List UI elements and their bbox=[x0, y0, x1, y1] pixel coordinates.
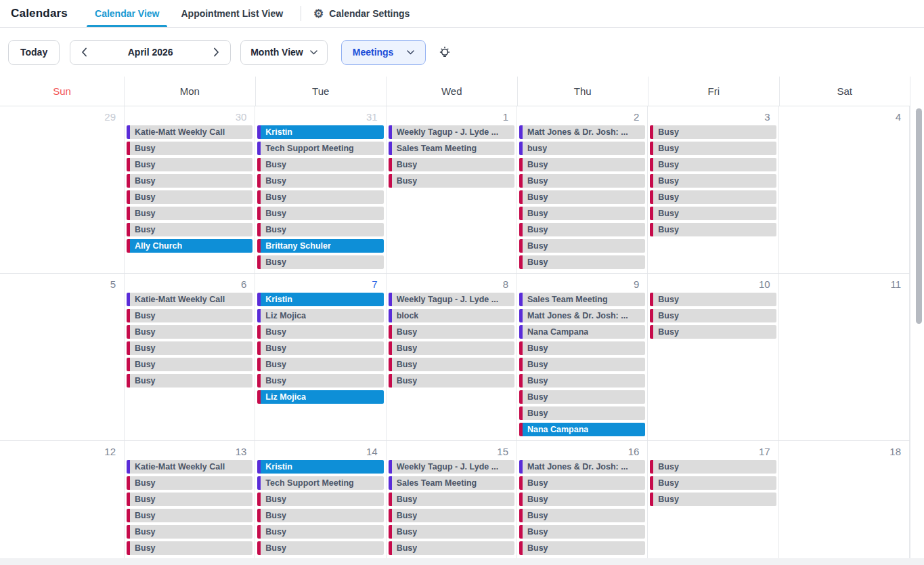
event-item[interactable]: Weekly Tagup - J. Lyde ... bbox=[389, 125, 514, 139]
event-item[interactable]: Busy bbox=[519, 358, 645, 371]
event-item[interactable]: Kristin bbox=[257, 293, 383, 306]
event-item[interactable]: busy bbox=[519, 142, 645, 155]
event-item[interactable]: Busy bbox=[389, 525, 514, 539]
horizontal-scrollbar-track[interactable] bbox=[0, 558, 924, 565]
meetings-filter-dropdown[interactable]: Meetings bbox=[341, 40, 426, 65]
event-item[interactable]: Busy bbox=[650, 223, 776, 236]
event-item[interactable]: Busy bbox=[519, 341, 645, 355]
event-item[interactable]: Busy bbox=[650, 493, 776, 506]
event-item[interactable]: Busy bbox=[127, 358, 252, 371]
event-item[interactable]: Busy bbox=[650, 174, 776, 188]
event-item[interactable]: Busy bbox=[257, 358, 383, 371]
event-item[interactable]: Busy bbox=[127, 207, 252, 220]
calendar-settings-button[interactable]: ⚙ Calendar Settings bbox=[313, 0, 410, 27]
event-item[interactable]: Sales Team Meeting bbox=[389, 142, 514, 155]
event-item[interactable]: Busy bbox=[650, 325, 776, 339]
event-item[interactable]: Busy bbox=[127, 509, 252, 522]
event-item[interactable]: Busy bbox=[650, 293, 776, 306]
event-item[interactable]: Busy bbox=[389, 341, 514, 355]
event-item[interactable]: Busy bbox=[389, 325, 514, 339]
today-button[interactable]: Today bbox=[8, 40, 60, 65]
view-dropdown[interactable]: Month View bbox=[240, 40, 328, 65]
event-item[interactable]: Busy bbox=[519, 190, 645, 204]
event-item[interactable]: Busy bbox=[127, 525, 252, 539]
event-item[interactable]: Busy bbox=[127, 158, 252, 171]
event-item[interactable]: Busy bbox=[389, 358, 514, 371]
event-item[interactable]: Katie-Matt Weekly Call bbox=[127, 293, 252, 306]
event-item[interactable]: Busy bbox=[257, 541, 383, 555]
event-item[interactable]: Busy bbox=[650, 125, 776, 139]
event-item[interactable]: Liz Mojica bbox=[257, 309, 383, 322]
event-item[interactable]: Busy bbox=[127, 493, 252, 506]
event-item[interactable]: Busy bbox=[257, 341, 383, 355]
event-item[interactable]: Liz Mojica bbox=[257, 390, 383, 404]
event-item[interactable]: Busy bbox=[519, 525, 645, 539]
tab-appointment-list-view[interactable]: Appointment List View bbox=[173, 0, 291, 27]
event-item[interactable]: Busy bbox=[257, 190, 383, 204]
chevron-right-icon[interactable] bbox=[213, 47, 219, 57]
event-item[interactable]: Brittany Schuler bbox=[257, 239, 383, 253]
event-item[interactable]: Matt Jones & Dr. Josh: ... bbox=[519, 125, 645, 139]
event-item[interactable]: Busy bbox=[257, 174, 383, 188]
event-item[interactable]: Kristin bbox=[257, 125, 383, 139]
event-item[interactable]: Busy bbox=[127, 309, 252, 322]
event-item[interactable]: Nana Campana bbox=[519, 423, 645, 436]
event-item[interactable]: Busy bbox=[650, 158, 776, 171]
event-item[interactable]: Busy bbox=[257, 493, 383, 506]
lightbulb-icon[interactable] bbox=[437, 44, 452, 60]
event-item[interactable]: Tech Support Meeting bbox=[257, 142, 383, 155]
event-item[interactable]: Busy bbox=[127, 341, 252, 355]
chevron-left-icon[interactable] bbox=[81, 47, 87, 57]
event-item[interactable]: Busy bbox=[127, 541, 252, 555]
event-item[interactable]: Matt Jones & Dr. Josh: ... bbox=[519, 460, 645, 474]
event-item[interactable]: Busy bbox=[389, 174, 514, 188]
event-item[interactable]: Busy bbox=[389, 374, 514, 388]
event-item[interactable]: Busy bbox=[127, 374, 252, 388]
event-item[interactable]: Weekly Tagup - J. Lyde ... bbox=[389, 460, 514, 474]
event-item[interactable]: Busy bbox=[389, 509, 514, 522]
event-item[interactable]: Busy bbox=[519, 174, 645, 188]
event-item[interactable]: Busy bbox=[650, 309, 776, 322]
event-item[interactable]: Busy bbox=[257, 223, 383, 236]
event-item[interactable]: Ally Church bbox=[127, 239, 252, 253]
event-item[interactable]: Busy bbox=[389, 158, 514, 171]
event-item[interactable]: Busy bbox=[519, 223, 645, 236]
event-item[interactable]: Kristin bbox=[257, 460, 383, 474]
event-item[interactable]: Katie-Matt Weekly Call bbox=[127, 460, 252, 474]
event-item[interactable]: Busy bbox=[257, 525, 383, 539]
event-item[interactable]: Busy bbox=[650, 142, 776, 155]
event-item[interactable]: Busy bbox=[519, 239, 645, 253]
event-item[interactable]: Busy bbox=[519, 374, 645, 388]
event-item[interactable]: Matt Jones & Dr. Josh: ... bbox=[519, 309, 645, 322]
tab-calendar-view[interactable]: Calendar View bbox=[87, 0, 167, 27]
event-item[interactable]: Busy bbox=[650, 190, 776, 204]
event-item[interactable]: Katie-Matt Weekly Call bbox=[127, 125, 252, 139]
event-item[interactable]: Busy bbox=[519, 476, 645, 490]
event-item[interactable]: Busy bbox=[650, 460, 776, 474]
event-item[interactable]: Sales Team Meeting bbox=[519, 293, 645, 306]
event-item[interactable]: Weekly Tagup - J. Lyde ... bbox=[389, 293, 514, 306]
event-item[interactable]: Busy bbox=[127, 476, 252, 490]
event-item[interactable]: Busy bbox=[127, 325, 252, 339]
event-item[interactable]: Busy bbox=[519, 406, 645, 420]
event-item[interactable]: Busy bbox=[127, 223, 252, 236]
event-item[interactable]: Busy bbox=[257, 158, 383, 171]
event-item[interactable]: Busy bbox=[389, 541, 514, 555]
event-item[interactable]: Nana Campana bbox=[519, 325, 645, 339]
event-item[interactable]: Busy bbox=[127, 190, 252, 204]
event-item[interactable]: Busy bbox=[650, 207, 776, 220]
event-item[interactable]: block bbox=[389, 309, 514, 322]
event-item[interactable]: Busy bbox=[389, 493, 514, 506]
event-item[interactable]: Busy bbox=[519, 158, 645, 171]
event-item[interactable]: Busy bbox=[257, 374, 383, 388]
event-item[interactable]: Busy bbox=[519, 509, 645, 522]
vertical-scrollbar-thumb[interactable] bbox=[916, 108, 922, 324]
event-item[interactable]: Busy bbox=[519, 541, 645, 555]
event-item[interactable]: Busy bbox=[519, 390, 645, 404]
event-item[interactable]: Busy bbox=[257, 509, 383, 522]
event-item[interactable]: Busy bbox=[127, 142, 252, 155]
event-item[interactable]: Busy bbox=[519, 207, 645, 220]
event-item[interactable]: Tech Support Meeting bbox=[257, 476, 383, 490]
event-item[interactable]: Busy bbox=[257, 207, 383, 220]
event-item[interactable]: Busy bbox=[257, 255, 383, 269]
